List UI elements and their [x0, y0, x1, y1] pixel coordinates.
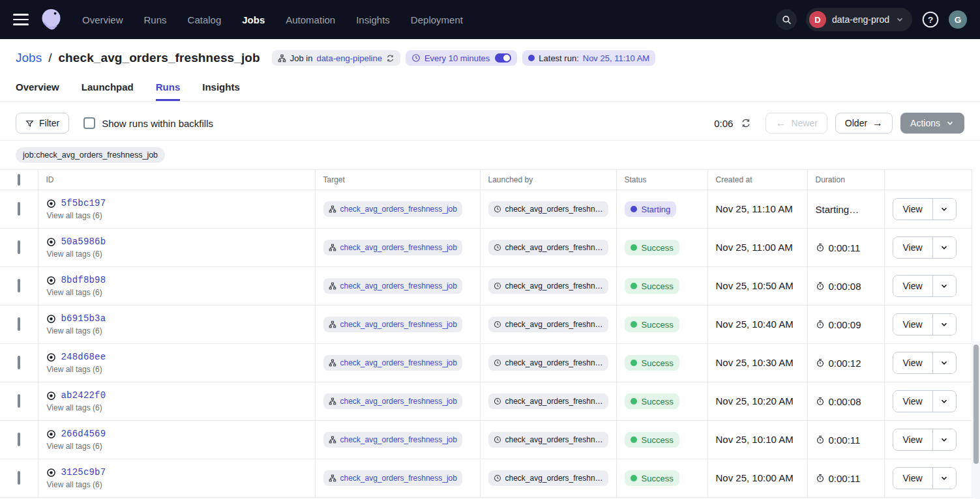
view-all-tags-link[interactable]: View all tags (6) [47, 288, 307, 297]
latest-run-label: Latest run: [539, 53, 578, 63]
run-id-link[interactable]: ab2422f0 [61, 390, 106, 401]
newer-button[interactable]: ← Newer [765, 113, 827, 134]
view-run-button[interactable]: View [893, 352, 932, 373]
launched-by-tag[interactable]: check_avg_orders_freshn… [488, 355, 608, 371]
filter-button[interactable]: Filter [16, 113, 69, 134]
duration-value: Starting… [816, 204, 859, 215]
row-more-button[interactable] [932, 237, 956, 258]
breadcrumb-separator: / [48, 51, 52, 65]
row-actions: View [893, 236, 957, 259]
status-dot-icon [631, 398, 637, 405]
breadcrumb-jobs-link[interactable]: Jobs [16, 51, 42, 65]
nav-item-overview[interactable]: Overview [82, 14, 123, 25]
run-id-link[interactable]: 50a5986b [61, 236, 106, 247]
view-run-button[interactable]: View [893, 314, 932, 335]
view-run-button[interactable]: View [893, 237, 932, 258]
nav-item-runs[interactable]: Runs [144, 14, 167, 25]
duration-value: 0:00:08 [829, 396, 861, 407]
nav-item-deployment[interactable]: Deployment [411, 14, 463, 25]
row-checkbox[interactable] [18, 279, 20, 292]
row-checkbox[interactable] [18, 317, 20, 331]
view-all-tags-link[interactable]: View all tags (6) [47, 442, 307, 451]
user-avatar[interactable]: G [949, 10, 967, 29]
view-run-button[interactable]: View [893, 391, 932, 412]
target-tag[interactable]: check_avg_orders_freshness_job [323, 317, 462, 332]
nav-item-jobs[interactable]: Jobs [242, 14, 265, 25]
row-more-button[interactable] [932, 391, 956, 412]
launched-by-tag[interactable]: check_avg_orders_freshn… [488, 393, 608, 409]
row-checkbox[interactable] [18, 394, 20, 408]
nav-item-automation[interactable]: Automation [286, 14, 335, 25]
nav-item-insights[interactable]: Insights [356, 14, 390, 25]
deployment-switcher[interactable]: D data-eng-prod [806, 8, 912, 31]
row-more-button[interactable] [932, 468, 956, 489]
row-more-button[interactable] [932, 199, 956, 220]
backfills-checkbox[interactable] [83, 117, 95, 129]
pipeline-link[interactable]: data-eng-pipeline [316, 53, 381, 63]
view-all-tags-link[interactable]: View all tags (6) [47, 326, 307, 335]
question-mark-icon: ? [921, 10, 940, 29]
view-run-button[interactable]: View [893, 199, 932, 220]
run-id-link[interactable]: 248d68ee [61, 352, 106, 362]
actions-button[interactable]: Actions [900, 113, 964, 134]
view-run-button[interactable]: View [893, 468, 932, 489]
run-id-link[interactable]: 8bdf8b98 [61, 275, 106, 285]
run-id-link[interactable]: b6915b3a [61, 313, 106, 324]
select-all-checkbox[interactable] [18, 174, 20, 186]
refresh-button[interactable] [741, 118, 751, 128]
target-tag[interactable]: check_avg_orders_freshness_job [323, 201, 462, 217]
status-dot-icon [631, 360, 637, 366]
scrollbar-thumb[interactable] [973, 345, 979, 464]
tab-launchpad[interactable]: Launchpad [82, 81, 134, 101]
view-all-tags-link[interactable]: View all tags (6) [47, 365, 307, 374]
hamburger-menu-icon[interactable] [13, 14, 29, 25]
row-more-button[interactable] [932, 352, 956, 373]
launched-by-tag[interactable]: check_avg_orders_freshn… [488, 317, 608, 332]
reload-icon[interactable] [386, 54, 394, 63]
launched-by-tag[interactable]: check_avg_orders_freshn… [488, 240, 608, 255]
latest-run-link[interactable]: Nov 25, 11:10 AM [583, 53, 649, 63]
page-title: check_avg_orders_freshness_job [58, 51, 260, 65]
launched-by-tag[interactable]: check_avg_orders_freshn… [488, 201, 608, 217]
schedule-toggle[interactable] [495, 53, 511, 63]
target-tag[interactable]: check_avg_orders_freshness_job [323, 355, 462, 371]
target-tag[interactable]: check_avg_orders_freshness_job [323, 240, 462, 255]
row-checkbox[interactable] [18, 471, 20, 485]
help-button[interactable]: ? [921, 10, 940, 29]
dagster-logo-icon[interactable] [38, 6, 65, 33]
search-button[interactable] [776, 9, 797, 30]
view-all-tags-link[interactable]: View all tags (6) [47, 250, 307, 259]
target-tag[interactable]: check_avg_orders_freshness_job [323, 278, 462, 294]
row-checkbox[interactable] [18, 202, 20, 216]
launched-by-tag[interactable]: check_avg_orders_freshn… [488, 432, 608, 448]
target-tag[interactable]: check_avg_orders_freshness_job [323, 432, 462, 448]
vertical-scrollbar[interactable] [972, 341, 980, 499]
target-tag[interactable]: check_avg_orders_freshness_job [323, 393, 462, 409]
launched-by-tag[interactable]: check_avg_orders_freshn… [488, 278, 608, 294]
launched-by-tag[interactable]: check_avg_orders_freshn… [488, 470, 608, 486]
run-id-link[interactable]: 5f5bc197 [61, 198, 106, 208]
row-more-button[interactable] [932, 314, 956, 335]
view-all-tags-link[interactable]: View all tags (6) [47, 211, 307, 220]
row-checkbox[interactable] [18, 356, 20, 369]
target-tag[interactable]: check_avg_orders_freshness_job [323, 470, 462, 486]
view-all-tags-link[interactable]: View all tags (6) [47, 403, 307, 412]
status-badge: Success [625, 355, 679, 371]
tab-overview[interactable]: Overview [16, 81, 59, 101]
row-checkbox[interactable] [18, 240, 20, 254]
view-run-button[interactable]: View [893, 276, 932, 296]
run-id-link[interactable]: 3125c9b7 [61, 467, 106, 478]
row-more-button[interactable] [932, 429, 956, 450]
run-id-link[interactable]: 266d4569 [61, 429, 106, 439]
nav-item-catalog[interactable]: Catalog [188, 14, 222, 25]
filter-tag-chip[interactable]: job:check_avg_orders_freshness_job [16, 147, 165, 163]
view-all-tags-link[interactable]: View all tags (6) [47, 480, 307, 489]
row-more-button[interactable] [932, 276, 956, 296]
row-checkbox[interactable] [18, 433, 20, 446]
older-button[interactable]: Older → [835, 113, 893, 134]
tab-insights[interactable]: Insights [202, 81, 240, 101]
view-run-button[interactable]: View [893, 429, 932, 450]
duration-value: 0:00:11 [829, 435, 861, 446]
tab-runs[interactable]: Runs [156, 81, 181, 101]
job-sitemap-icon [329, 244, 336, 251]
